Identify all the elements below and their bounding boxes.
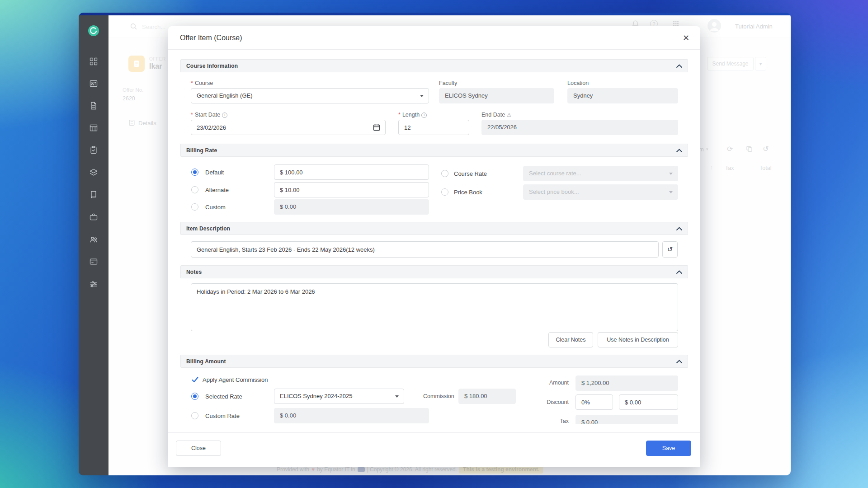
section-title: Billing Rate: [186, 147, 217, 154]
course-select[interactable]: General English (GE): [191, 88, 429, 103]
start-date-input[interactable]: [191, 120, 386, 135]
sidebar-settings-icon[interactable]: [89, 280, 98, 289]
apply-commission-checkbox[interactable]: [191, 376, 199, 384]
sidebar: [79, 15, 108, 475]
modal-body: Course Information *Course General Engli…: [168, 50, 700, 424]
close-icon[interactable]: ✕: [683, 33, 689, 43]
custom-agent-rate-label: Custom Rate: [205, 413, 240, 420]
start-date-label: *Start Datei: [191, 112, 227, 118]
section-title: Item Description: [186, 225, 230, 232]
chevron-down-icon: [395, 395, 399, 398]
location-field: Sydney: [567, 88, 678, 103]
chevron-down-icon: [420, 95, 424, 97]
selected-rate-label: Selected Rate: [205, 393, 242, 400]
save-button[interactable]: Save: [646, 441, 691, 456]
location-label: Location: [567, 80, 589, 87]
discount-percent-input[interactable]: [576, 394, 613, 410]
info-icon: i: [421, 113, 427, 118]
end-date-label: End Date⚠: [481, 112, 511, 118]
price-book-label: Price Book: [454, 189, 482, 196]
sidebar-tables-icon[interactable]: [89, 123, 98, 132]
section-notes-header[interactable]: Notes: [180, 265, 688, 278]
desktop-background: Search... ? Tutorial Admin OFFER Ikar Of…: [0, 0, 868, 488]
course-rate-select: Select course rate...: [523, 166, 678, 181]
custom-rate-radio[interactable]: [191, 203, 198, 211]
course-select-value: General English (GE): [197, 92, 253, 99]
alternate-rate-input[interactable]: [274, 182, 429, 197]
section-title: Notes: [186, 269, 202, 275]
chevron-up-icon: [676, 149, 682, 152]
sidebar-contacts-icon[interactable]: [89, 79, 98, 88]
end-date-field: 22/05/2026: [481, 120, 678, 135]
close-button[interactable]: Close: [176, 441, 221, 456]
amount-field: $ 1,200.00: [576, 375, 678, 391]
price-book-radio[interactable]: [441, 188, 448, 196]
section-item-description-header[interactable]: Item Description: [180, 222, 688, 235]
required-mark: *: [191, 80, 193, 87]
faculty-field: ELICOS Sydney: [439, 88, 554, 103]
sidebar-people-icon[interactable]: [89, 235, 98, 244]
modal-footer: Close Save: [168, 432, 700, 467]
sidebar-layers-icon[interactable]: [89, 168, 98, 177]
course-rate-radio[interactable]: [441, 170, 448, 177]
use-notes-in-description-button[interactable]: Use Notes in Description: [598, 332, 678, 347]
course-rate-label: Course Rate: [454, 170, 487, 178]
required-mark: *: [191, 112, 193, 118]
sidebar-book-icon[interactable]: [89, 190, 98, 199]
amount-label: Amount: [528, 380, 569, 386]
sidebar-dashboard-icon[interactable]: [89, 57, 98, 66]
sidebar-cards-icon[interactable]: [89, 257, 98, 266]
section-billing-amount-header[interactable]: Billing Amount: [180, 355, 688, 368]
chevron-up-icon: [676, 360, 682, 363]
custom-agent-rate-field: $ 0.00: [274, 408, 429, 423]
default-rate-input[interactable]: [274, 164, 429, 180]
apply-commission-label: Apply Agent Commission: [203, 376, 268, 384]
selected-rate-select[interactable]: ELICOS Sydney 2024-2025: [274, 389, 404, 404]
commission-field: $ 180.00: [458, 389, 516, 404]
restore-description-button[interactable]: ↺: [662, 241, 678, 258]
calendar-icon[interactable]: [373, 124, 380, 131]
custom-rate-field: $ 0.00: [274, 199, 429, 215]
item-description-input[interactable]: [191, 241, 659, 258]
info-icon: i: [222, 113, 227, 118]
sidebar-documents-icon[interactable]: [89, 101, 98, 110]
faculty-label: Faculty: [439, 80, 457, 87]
restore-icon: ↺: [667, 245, 673, 253]
alternate-rate-radio[interactable]: [191, 186, 198, 193]
course-label: *Course: [191, 80, 213, 87]
required-mark: *: [398, 112, 401, 118]
offer-item-modal: Offer Item (Course) ✕ Course Information…: [168, 26, 700, 467]
tax-field: $ 0.00: [576, 415, 678, 424]
discount-label: Discount: [528, 399, 569, 406]
modal-title: Offer Item (Course): [180, 34, 242, 42]
app-window: Search... ? Tutorial Admin OFFER Ikar Of…: [79, 13, 791, 475]
warning-icon: ⚠: [507, 113, 511, 117]
custom-rate-label: Custom: [205, 204, 226, 211]
sidebar-clipboard-icon[interactable]: [89, 145, 98, 155]
length-input[interactable]: [398, 120, 469, 135]
app-logo-icon[interactable]: [88, 25, 99, 37]
length-label: *Lengthi: [398, 112, 427, 118]
sidebar-briefcase-icon[interactable]: [89, 212, 98, 221]
chevron-up-icon: [676, 270, 682, 274]
alternate-rate-label: Alternate: [205, 187, 229, 194]
section-title: Billing Amount: [186, 358, 226, 365]
section-title: Course Information: [186, 63, 238, 69]
price-book-select: Select price book...: [523, 184, 678, 200]
custom-agent-rate-radio[interactable]: [191, 412, 198, 419]
selected-rate-radio[interactable]: [191, 393, 198, 400]
tax-label: Tax: [528, 418, 569, 424]
default-rate-label: Default: [205, 169, 224, 176]
chevron-down-icon: [669, 173, 673, 175]
commission-label: Commission: [423, 393, 454, 400]
section-billing-rate-header[interactable]: Billing Rate: [180, 144, 688, 157]
chevron-up-icon: [676, 64, 682, 68]
chevron-down-icon: [669, 191, 673, 193]
chevron-up-icon: [676, 227, 682, 230]
section-course-information-header[interactable]: Course Information: [180, 59, 688, 72]
clear-notes-button[interactable]: Clear Notes: [548, 332, 593, 347]
notes-textarea[interactable]: Holidays in Period: 2 Mar 2026 to 6 Mar …: [191, 283, 678, 331]
default-rate-radio[interactable]: [191, 169, 198, 176]
discount-amount-input[interactable]: [619, 394, 678, 410]
